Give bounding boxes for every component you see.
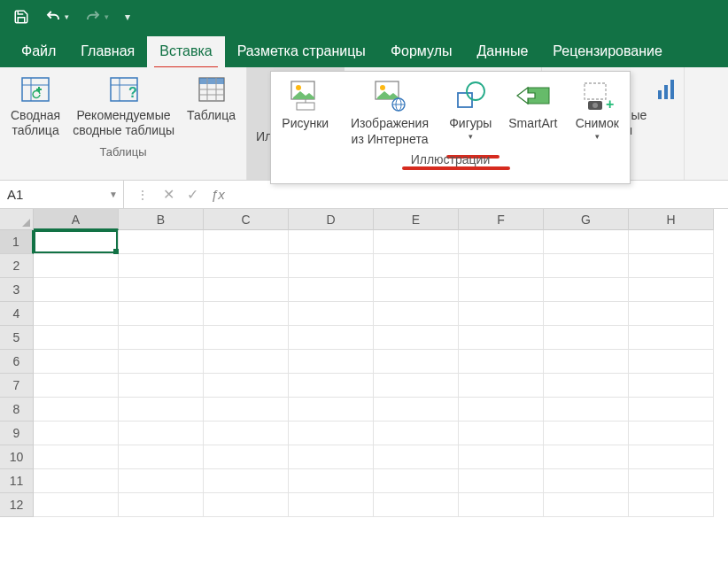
redo-button[interactable]: ▾ [85,9,109,25]
table-icon [198,77,225,102]
svg-rect-8 [199,78,224,84]
row-header[interactable]: 3 [0,278,34,302]
online-pictures-icon [372,80,407,112]
svg-point-36 [592,103,598,108]
pivot-table-icon [20,76,50,103]
smartart-icon [515,82,551,109]
chevron-down-icon: ▾ [105,12,109,21]
redo-icon [85,9,101,25]
column-header[interactable]: B [119,209,204,230]
undo-icon [45,9,61,25]
recommended-pivot-label: Рекомендуемые сводные таблицы [73,108,174,138]
tab-data[interactable]: Данные [465,36,541,67]
screenshot-icon: + [579,80,615,112]
pivot-table-button[interactable]: Сводная таблица [5,71,66,142]
column-header[interactable]: F [459,209,544,230]
chevron-down-icon[interactable]: ▼ [109,189,118,199]
pictures-icon [288,80,323,112]
row-header[interactable]: 8 [0,398,34,421]
shapes-label: Фигуры [449,116,492,132]
svg-point-23 [296,85,301,90]
chevron-down-icon: ▾ [125,11,130,23]
pictures-button[interactable]: Рисунки [273,75,337,149]
chevron-down-icon: ▾ [469,132,473,142]
bar-chart-icon [656,78,676,101]
undo-button[interactable]: ▾ [45,9,69,25]
row-header[interactable]: 1 [0,230,34,254]
ribbon-group-tables: Сводная таблица ? Рекомендуемые сводные … [0,67,247,180]
row-header[interactable]: 10 [0,445,34,469]
active-cell-outline [34,230,118,253]
save-icon [13,9,29,25]
shapes-button[interactable]: Фигуры ▾ [442,75,500,149]
chevron-down-icon: ▾ [595,132,600,142]
row-header[interactable]: 12 [0,493,34,517]
row-header[interactable]: 5 [0,326,34,350]
formula-bar: ▼ ⋮ ✕ ✓ ƒx [0,181,728,209]
smartart-button[interactable]: SmartArt [500,75,566,149]
row-header[interactable]: 2 [0,254,34,278]
svg-rect-34 [585,83,606,99]
illustrations-panel-label: Иллюстрации [271,149,630,172]
svg-rect-19 [658,90,662,99]
column-header[interactable]: D [289,209,374,230]
red-underline-panel [402,166,510,170]
row-header[interactable]: 7 [0,374,34,398]
column-headers: A B C D E F G H [34,209,714,230]
column-header[interactable]: A [34,209,119,230]
cancel-formula-button[interactable]: ✕ [163,186,174,203]
svg-rect-21 [670,80,674,99]
recommended-pivot-icon: ? [109,76,139,103]
tab-formulas[interactable]: Формулы [378,36,465,67]
svg-rect-20 [664,85,668,99]
name-box[interactable]: ▼ [0,181,124,208]
online-pictures-label: Изображения из Интернета [351,116,429,147]
enter-formula-button[interactable]: ✓ [187,186,198,203]
name-box-input[interactable] [7,187,87,202]
svg-rect-24 [297,103,314,110]
tables-group-label: Таблицы [99,142,146,163]
svg-text:?: ? [128,85,137,100]
chevron-down-icon: ▾ [65,12,69,21]
cell-grid[interactable]: // placeholder so structure below is gen… [34,230,714,517]
illustrations-dropdown: Рисунки Изображения из Интернета Фигуры … [270,71,631,184]
table-button[interactable]: Таблица [182,71,241,142]
customize-qat-button[interactable]: ▾ [125,11,130,23]
chart-more-button[interactable] [654,71,678,142]
worksheet: A B C D E F G H 1 2 3 4 5 6 7 8 9 10 11 … [0,209,728,517]
select-all-corner[interactable] [0,209,34,230]
save-button[interactable] [13,9,29,25]
smartart-label: SmartArt [508,116,557,132]
svg-point-32 [467,82,484,100]
pictures-label: Рисунки [282,116,329,132]
ribbon: Сводная таблица ? Рекомендуемые сводные … [0,67,728,181]
table-label: Таблица [187,108,236,123]
column-header[interactable]: C [204,209,289,230]
column-header[interactable]: G [544,209,629,230]
svg-point-27 [380,85,385,90]
recommended-pivot-button[interactable]: ? Рекомендуемые сводные таблицы [67,71,180,142]
tab-review[interactable]: Рецензирование [540,36,675,67]
row-headers: 1 2 3 4 5 6 7 8 9 10 11 12 [0,230,34,517]
quick-access-toolbar: ▾ ▾ ▾ [0,0,728,34]
online-pictures-button[interactable]: Изображения из Интернета [337,75,441,149]
dots-icon: ⋮ [136,188,151,202]
screenshot-label: Снимок [576,116,619,132]
pivot-table-label: Сводная таблица [11,108,60,138]
column-header[interactable]: E [374,209,459,230]
fx-button[interactable]: ƒx [211,187,225,202]
ribbon-tabs: Файл Главная Вставка Разметка страницы Ф… [0,34,728,67]
shapes-gallery-icon [454,81,486,111]
svg-rect-31 [458,93,472,107]
screenshot-button[interactable]: + Снимок ▾ [567,75,628,149]
row-header[interactable]: 4 [0,302,34,326]
tab-insert[interactable]: Вставка [147,36,224,67]
column-header[interactable]: H [629,209,714,230]
row-header[interactable]: 6 [0,350,34,374]
tab-pagelayout[interactable]: Разметка страницы [225,36,378,67]
row-header[interactable]: 11 [0,469,34,493]
svg-text:+: + [606,97,614,112]
tab-file[interactable]: Файл [9,36,68,67]
tab-home[interactable]: Главная [68,36,147,67]
row-header[interactable]: 9 [0,421,34,445]
